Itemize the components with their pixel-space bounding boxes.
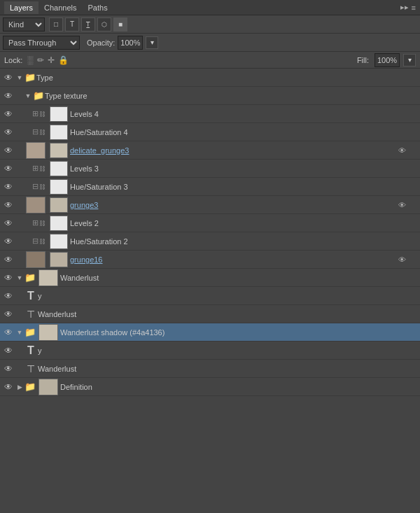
layer-name-wanderlust-shadow: Wanderlust shadow (#4a4136) — [60, 328, 419, 337]
expand-wanderlust-group[interactable]: ▼ — [15, 269, 24, 287]
opacity-input[interactable] — [118, 36, 143, 50]
layer-row-wanderlust-shadow[interactable]: 👁 ▼ 📁 Wanderlust shadow (#4a4136) — [0, 323, 420, 342]
filter-toolbar: Kind □ T T̲ ⬡ ■ — [0, 15, 420, 34]
extra-vis-grunge16[interactable]: 👁 — [398, 255, 406, 264]
layer-name-type-texture: Type texture — [45, 92, 419, 100]
filter-type-select[interactable]: Kind — [3, 17, 45, 31]
visibility-huesat3[interactable]: 👁 — [1, 178, 15, 196]
visibility-y2[interactable]: 👁 — [1, 342, 15, 360]
visibility-levels4[interactable]: 👁 — [1, 105, 15, 123]
visibility-type-texture[interactable]: 👁 — [1, 87, 15, 105]
opacity-arrow[interactable]: ▾ — [146, 36, 158, 49]
expand-type-group[interactable]: ▼ — [15, 69, 24, 87]
layer-name-wanderlust-smart1: Wanderlust — [38, 310, 419, 318]
smart-icon-wanderlust1: ⊤ — [24, 305, 38, 323]
layer-name-delicate-grunge3: delicate_grunge3 — [70, 146, 419, 155]
lock-pixels-icon[interactable]: ░ — [27, 55, 34, 65]
layer-row-grunge3[interactable]: 👁 grunge3 👁 — [0, 196, 420, 214]
blend-mode-select[interactable]: Pass Through — [3, 36, 80, 50]
expand-icon[interactable]: ▸▸ — [400, 3, 409, 12]
layer-row-levels3[interactable]: 👁 ⊞ ⛓ Levels 3 — [0, 160, 420, 178]
folder-wanderlust-shadow: 📁 — [24, 323, 36, 342]
layer-row-definition[interactable]: 👁 ▶ 📁 Definition — [0, 378, 420, 396]
layer-row-grunge16[interactable]: 👁 grunge16 👁 — [0, 251, 420, 269]
visibility-definition[interactable]: 👁 — [1, 378, 15, 396]
visibility-levels3[interactable]: 👁 — [1, 160, 15, 178]
folder-wanderlust-group: 📁 — [24, 269, 36, 287]
layer-name-definition: Definition — [60, 383, 419, 391]
mask-grunge16 — [50, 252, 68, 267]
chain-icon-levels3: ⛓ — [39, 165, 46, 172]
chain-icon-levels4: ⛓ — [39, 111, 46, 118]
levels-icon2: ⊞ — [32, 218, 38, 227]
visibility-huesat4[interactable]: 👁 — [1, 123, 15, 141]
thumb-huesat3 — [50, 179, 68, 195]
layer-row-type-group[interactable]: 👁 ▼ 📁 Type — [0, 69, 420, 87]
text-type-icon-y2: T — [24, 342, 38, 360]
visibility-y1[interactable]: 👁 — [1, 287, 15, 305]
levels-icon3: ⊞ — [32, 164, 38, 173]
layer-row-levels4[interactable]: 👁 ⊞ ⛓ Levels 4 — [0, 105, 420, 123]
layer-row-wanderlust-smart2[interactable]: 👁 ⊤ Wanderlust — [0, 360, 420, 378]
extra-vis-delicate-grunge3[interactable]: 👁 — [398, 146, 406, 155]
fill-arrow[interactable]: ▾ — [403, 54, 416, 66]
visibility-wanderlust-smart2[interactable]: 👁 — [1, 360, 15, 378]
chain-icon-levels2: ⛓ — [39, 220, 46, 227]
filter-pixel-icon[interactable]: □ — [49, 17, 63, 31]
extra-vis-grunge3[interactable]: 👁 — [398, 201, 406, 209]
filter-shape-icon[interactable]: ⬡ — [97, 17, 111, 31]
menu-icon[interactable]: ≡ — [412, 3, 416, 12]
thumb-delicate-grunge3 — [26, 142, 46, 159]
visibility-huesat2[interactable]: 👁 — [1, 232, 15, 251]
expand-type-texture[interactable]: ▼ — [24, 87, 32, 105]
lock-image-icon[interactable]: ✏ — [37, 55, 44, 65]
layer-row-levels2[interactable]: 👁 ⊞ ⛓ Levels 2 — [0, 214, 420, 232]
folder-type-texture: 📁 — [32, 87, 45, 105]
thumb-wanderlust-shadow — [38, 324, 58, 341]
expand-wanderlust-shadow[interactable]: ▼ — [15, 323, 24, 342]
layer-name-y2: y — [38, 346, 419, 355]
visibility-wanderlust-smart1[interactable]: 👁 — [1, 305, 15, 323]
huesat-icon: ⊟ — [32, 127, 38, 136]
visibility-delicate-grunge3[interactable]: 👁 — [1, 141, 15, 160]
layer-row-y2[interactable]: 👁 T y — [0, 342, 420, 360]
layer-name-y1: y — [38, 292, 419, 300]
tab-layers[interactable]: Layers — [4, 1, 38, 14]
layer-row-huesat4[interactable]: 👁 ⊟ ⛓ Hue/Saturation 4 — [0, 123, 420, 141]
thumb-grunge3 — [26, 197, 46, 213]
fill-input[interactable] — [374, 53, 400, 67]
tab-paths[interactable]: Paths — [83, 1, 113, 14]
filter-type-icon[interactable]: T̲ — [81, 17, 95, 31]
filter-adjust-icon[interactable]: T — [65, 17, 79, 31]
filter-smart-icon[interactable]: ■ — [113, 17, 127, 31]
tab-channels[interactable]: Channels — [38, 1, 82, 14]
layer-row-huesat2[interactable]: 👁 ⊟ ⛓ Hue/Saturation 2 — [0, 232, 420, 251]
layer-row-wanderlust-smart1[interactable]: 👁 ⊤ Wanderlust — [0, 305, 420, 323]
lock-label: Lock: — [4, 56, 22, 64]
visibility-type-group[interactable]: 👁 — [1, 69, 15, 87]
tab-bar: Layers Channels Paths ▸▸ ≡ — [0, 0, 420, 15]
layer-row-huesat3[interactable]: 👁 ⊟ ⛓ Hue/Saturation 3 — [0, 178, 420, 196]
thumb-definition — [38, 379, 58, 395]
layer-row-y1[interactable]: 👁 T y — [0, 287, 420, 305]
layer-row-delicate-grunge3[interactable]: 👁 delicate_grunge3 👁 — [0, 141, 420, 160]
thumb-levels4 — [50, 106, 68, 122]
levels-icon: ⊞ — [32, 109, 38, 118]
blend-toolbar: Pass Through Opacity: ▾ — [0, 34, 420, 52]
visibility-grunge3[interactable]: 👁 — [1, 196, 15, 214]
layer-name-huesat4: Hue/Saturation 4 — [70, 128, 419, 136]
mask-grunge3 — [50, 197, 68, 213]
visibility-levels2[interactable]: 👁 — [1, 214, 15, 232]
visibility-wanderlust-shadow[interactable]: 👁 — [1, 323, 15, 342]
lock-position-icon[interactable]: ✛ — [48, 55, 55, 65]
layer-row-wanderlust-group[interactable]: 👁 ▼ 📁 Wanderlust — [0, 269, 420, 287]
visibility-wanderlust-group[interactable]: 👁 — [1, 269, 15, 287]
folder-definition: 📁 — [24, 378, 36, 396]
lock-all-icon[interactable]: 🔒 — [58, 55, 69, 65]
layer-row-type-texture[interactable]: 👁 ▼ 📁 Type texture — [0, 87, 420, 105]
expand-definition[interactable]: ▶ — [15, 378, 24, 396]
layer-name-grunge3: grunge3 — [70, 201, 419, 209]
visibility-grunge16[interactable]: 👁 — [1, 251, 15, 269]
layers-panel: 👁 ▼ 📁 Type 👁 ▼ 📁 Type texture 👁 ⊞ ⛓ Leve… — [0, 69, 420, 513]
text-type-icon-y1: T — [24, 287, 38, 305]
